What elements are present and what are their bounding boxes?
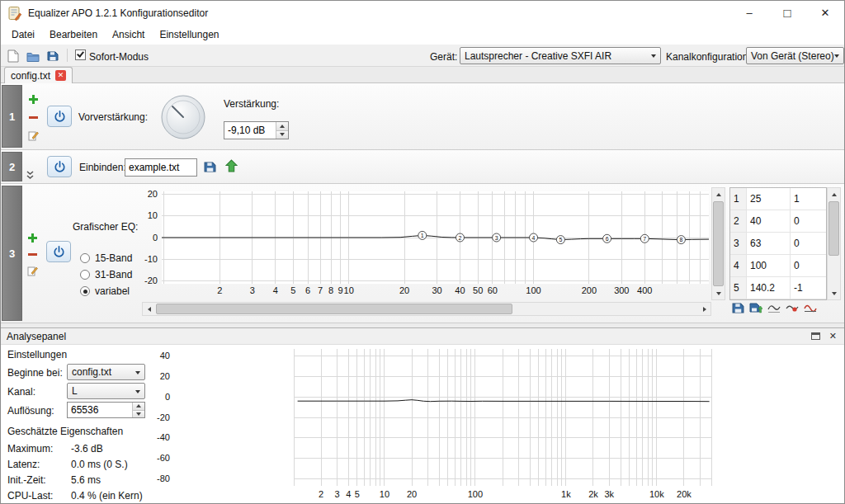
spin-down-button[interactable] <box>133 410 144 418</box>
instant-mode-checkbox[interactable] <box>75 49 86 60</box>
band-radio-15-label[interactable]: 15-Band <box>95 252 132 264</box>
close-panel-icon[interactable]: ✕ <box>829 331 837 341</box>
freq-cell[interactable]: 25 <box>747 188 791 210</box>
remove-filter-button[interactable] <box>26 111 40 124</box>
reset-response-button[interactable] <box>802 300 818 315</box>
include-filename-input[interactable] <box>125 158 197 177</box>
collapse-chevrons-icon[interactable] <box>25 169 35 181</box>
power-icon <box>54 111 66 123</box>
freq-cell[interactable]: 140.2 <box>747 277 791 299</box>
open-include-button[interactable] <box>224 159 238 172</box>
floppy-icon <box>204 161 216 173</box>
channel-config-combobox[interactable]: Von Gerät (Stereo) <box>746 47 844 64</box>
power-icon <box>53 246 65 258</box>
instant-mode-label[interactable]: Sofort-Modus <box>89 51 149 63</box>
preamp-knob[interactable] <box>160 94 206 140</box>
eq-power-toggle[interactable] <box>46 241 71 262</box>
svg-text:-40: -40 <box>157 432 170 442</box>
svg-text:9: 9 <box>338 285 342 295</box>
float-panel-icon[interactable] <box>811 332 820 340</box>
spin-up-button[interactable] <box>276 122 288 130</box>
spin-up-button[interactable] <box>133 403 144 410</box>
gain-cell[interactable]: 1 <box>791 188 826 210</box>
channel-combobox[interactable]: L <box>67 383 145 399</box>
include-power-toggle[interactable] <box>47 156 72 177</box>
remove-filter-button[interactable] <box>26 247 39 261</box>
edit-filter-button[interactable] <box>26 129 40 142</box>
eq-plot-vscrollbar[interactable] <box>711 187 725 300</box>
maximize-button[interactable]: □ <box>768 1 806 25</box>
menu-item-bearbeiten[interactable]: Bearbeiten <box>42 26 105 44</box>
analysis-plot: 40200-20-40-60-80234510201001k2k3k10k20k <box>152 346 842 504</box>
graphic-eq-plot[interactable]: 20100-10-2023456789102030405060100200300… <box>142 187 711 299</box>
start-at-combobox[interactable]: config.txt <box>67 364 145 380</box>
gain-input[interactable] <box>224 122 276 139</box>
preamp-power-toggle[interactable] <box>47 106 72 127</box>
down-arrow-icon <box>136 412 141 416</box>
scroll-left-button[interactable] <box>143 303 155 315</box>
svg-text:3k: 3k <box>604 489 614 499</box>
table-vscrollbar[interactable] <box>827 187 841 300</box>
gain-cell[interactable]: 0 <box>791 210 826 232</box>
window-controls: – □ ✕ <box>730 1 844 25</box>
svg-text:-60: -60 <box>157 453 170 463</box>
include-label: Einbinden: <box>79 162 126 173</box>
row-num-cell: 4 <box>730 255 747 276</box>
band-radio-31[interactable] <box>80 270 90 280</box>
scroll-down-button[interactable] <box>712 287 725 299</box>
svg-text:10: 10 <box>344 285 354 295</box>
gain-spinbox[interactable] <box>224 121 289 139</box>
maximize-icon: □ <box>783 6 791 20</box>
import-response-button[interactable] <box>730 300 746 315</box>
menu-item-ansicht[interactable]: Ansicht <box>105 26 152 44</box>
export-response-button[interactable] <box>748 300 763 315</box>
band-radio-31-label[interactable]: 31-Band <box>95 269 132 280</box>
scroll-up-button[interactable] <box>828 188 840 200</box>
floppy-arrow-icon <box>749 302 762 314</box>
hscroll-thumb[interactable] <box>156 304 512 314</box>
save-file-button[interactable] <box>45 48 61 64</box>
browse-include-button[interactable] <box>203 160 216 173</box>
vscroll-thumb[interactable] <box>828 201 839 256</box>
svg-text:20: 20 <box>407 489 417 499</box>
menu-item-einstellungen[interactable]: Einstellungen <box>152 26 226 44</box>
resolution-input[interactable] <box>68 403 132 417</box>
device-combobox[interactable]: Lautsprecher - Creative SXFI AIR <box>460 47 661 64</box>
freq-cell[interactable]: 100 <box>747 255 791 276</box>
app-icon <box>7 6 22 21</box>
band-radio-variable[interactable] <box>80 286 90 296</box>
open-file-button[interactable] <box>25 48 41 64</box>
filter-index-badge: 1 <box>2 85 22 148</box>
gain-cell[interactable]: -1 <box>791 277 826 299</box>
down-arrow-icon <box>832 292 837 295</box>
band-radio-15[interactable] <box>80 253 90 263</box>
edit-filter-button[interactable] <box>26 264 39 277</box>
minimize-button[interactable]: – <box>730 1 768 25</box>
gain-cell[interactable]: 0 <box>791 233 826 254</box>
scroll-down-button[interactable] <box>828 287 840 299</box>
add-filter-button[interactable] <box>26 92 40 106</box>
invert-response-button[interactable] <box>766 300 781 315</box>
gain-cell[interactable]: 0 <box>791 255 826 276</box>
menu-item-datei[interactable]: Datei <box>4 26 42 44</box>
scroll-right-button[interactable] <box>698 303 710 315</box>
new-file-button[interactable] <box>5 48 21 64</box>
vscroll-thumb[interactable] <box>713 201 724 286</box>
scroll-up-button[interactable] <box>712 188 725 200</box>
tab-close-icon[interactable]: ✕ <box>55 70 66 81</box>
channel-config-label: Kanalkonfiguration: <box>666 51 751 63</box>
tab-config-txt[interactable]: config.txt ✕ <box>4 67 73 83</box>
close-button[interactable]: ✕ <box>806 1 844 25</box>
svg-text:300: 300 <box>614 285 629 295</box>
freq-cell[interactable]: 40 <box>747 210 791 232</box>
svg-text:100: 100 <box>526 285 541 295</box>
resolution-spinbox[interactable] <box>67 402 145 418</box>
eq-plot-hscrollbar[interactable] <box>142 302 711 316</box>
power-icon <box>54 161 66 173</box>
freq-cell[interactable]: 63 <box>747 233 791 254</box>
add-filter-button[interactable] <box>26 231 39 244</box>
band-radio-variable-label[interactable]: variabel <box>95 285 130 297</box>
spin-down-button[interactable] <box>276 130 288 139</box>
open-folder-icon <box>26 51 40 62</box>
normalize-response-button[interactable] <box>784 300 800 315</box>
